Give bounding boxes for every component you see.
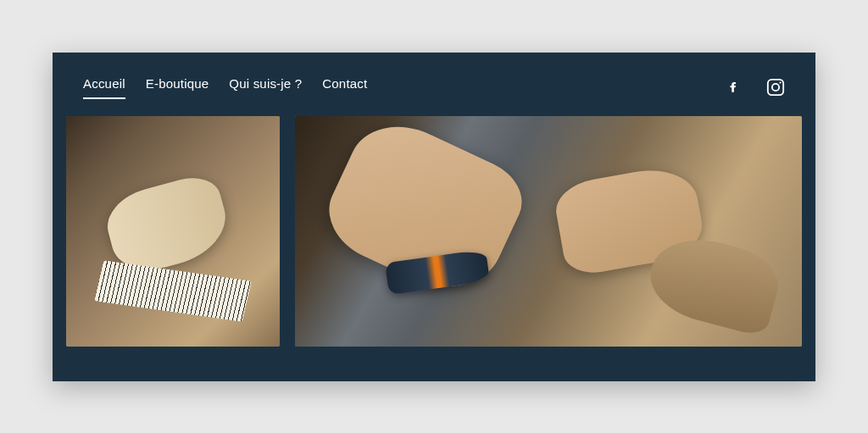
svg-rect-0 [768, 80, 783, 95]
navbar: Accueil E-boutique Qui suis-je ? Contact [53, 53, 815, 116]
svg-point-2 [779, 81, 781, 83]
facebook-icon[interactable] [724, 78, 743, 97]
gallery-image-2 [295, 116, 802, 347]
page-card: Accueil E-boutique Qui suis-je ? Contact [53, 53, 815, 381]
nav-item-contact[interactable]: Contact [322, 76, 367, 97]
nav-item-accueil[interactable]: Accueil [83, 76, 125, 99]
instagram-icon[interactable] [766, 78, 785, 97]
social-links [724, 78, 785, 97]
svg-point-1 [772, 84, 779, 91]
nav-links: Accueil E-boutique Qui suis-je ? Contact [83, 76, 367, 99]
image-gallery [53, 116, 815, 381]
gallery-image-1 [66, 116, 280, 347]
nav-item-eboutique[interactable]: E-boutique [146, 76, 209, 97]
nav-item-quisuisje[interactable]: Qui suis-je ? [229, 76, 302, 97]
